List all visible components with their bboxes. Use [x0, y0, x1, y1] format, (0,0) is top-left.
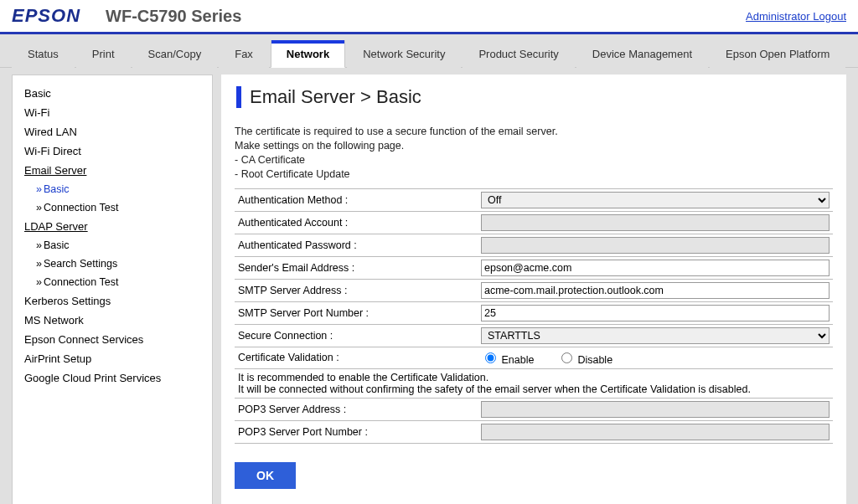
cert-validation-enable-text: Enable [501, 354, 534, 366]
sidebar-item-basic[interactable]: Basic [18, 84, 207, 103]
sidebar-section-email-server[interactable]: Email Server [18, 161, 207, 180]
sidebar-item-wifi-direct[interactable]: Wi-Fi Direct [18, 141, 207, 161]
cert-validation-disable-text: Disable [577, 354, 612, 366]
info-line: - CA Certificate [235, 153, 833, 167]
info-line: The certificate is required to use a sec… [235, 125, 833, 139]
info-line: Make settings on the following page. [235, 139, 833, 153]
sidebar-item-wired-lan[interactable]: Wired LAN [18, 122, 207, 141]
secure-connection-label: Secure Connection : [235, 324, 478, 347]
tab-product-security[interactable]: Product Security [463, 40, 574, 68]
sidebar: Basic Wi-Fi Wired LAN Wi-Fi Direct Email… [12, 75, 213, 504]
sender-email-input[interactable] [481, 260, 830, 276]
auth-method-select[interactable]: Off [481, 192, 830, 208]
tab-network[interactable]: Network [271, 40, 345, 68]
tab-network-security[interactable]: Network Security [347, 40, 461, 68]
auth-method-label: Authentication Method : [235, 188, 478, 211]
smtp-port-label: SMTP Server Port Number : [235, 301, 478, 324]
sidebar-section-ldap-server[interactable]: LDAP Server [18, 217, 207, 236]
ok-button[interactable]: OK [235, 462, 296, 489]
brand-logo: EPSON [12, 5, 80, 27]
settings-form: Authentication Method : Off Authenticate… [235, 188, 833, 444]
tab-device-management[interactable]: Device Management [576, 40, 708, 68]
auth-password-label: Authenticated Password : [235, 234, 478, 256]
model-title: WF-C5790 Series [106, 7, 746, 26]
sidebar-item-kerberos[interactable]: Kerberos Settings [18, 291, 207, 311]
sidebar-sub-email-basic[interactable]: Basic [18, 180, 207, 198]
info-line: - Root Certificate Update [235, 167, 833, 182]
pop3-address-input [481, 401, 830, 418]
auth-account-label: Authenticated Account : [235, 211, 478, 234]
info-block: The certificate is required to use a sec… [235, 125, 833, 182]
pop3-port-label: POP3 Server Port Number : [235, 420, 478, 443]
sidebar-item-airprint[interactable]: AirPrint Setup [18, 349, 207, 368]
sidebar-sub-ldap-search[interactable]: Search Settings [18, 255, 207, 273]
sidebar-item-google-cloud-print[interactable]: Google Cloud Print Services [18, 368, 207, 388]
cert-validation-enable-radio[interactable] [485, 352, 496, 363]
sidebar-item-epson-connect[interactable]: Epson Connect Services [18, 330, 207, 349]
smtp-port-input[interactable] [481, 305, 830, 321]
tab-fax[interactable]: Fax [219, 40, 269, 68]
tab-status[interactable]: Status [12, 40, 75, 68]
tab-scan-copy[interactable]: Scan/Copy [132, 40, 218, 68]
auth-password-input [481, 237, 830, 254]
cert-note-line: It is recommended to enable the Certific… [238, 372, 830, 383]
cert-validation-label: Certificate Validation : [235, 347, 478, 368]
tab-print[interactable]: Print [76, 40, 131, 68]
tab-strip: Status Print Scan/Copy Fax Network Netwo… [0, 34, 858, 68]
pop3-address-label: POP3 Server Address : [235, 398, 478, 420]
tab-epson-open-platform[interactable]: Epson Open Platform [710, 40, 845, 68]
secure-connection-select[interactable]: STARTTLS [481, 327, 830, 344]
page-title: Email Server > Basic [236, 86, 833, 108]
sender-email-label: Sender's Email Address : [235, 256, 478, 279]
smtp-address-label: SMTP Server Address : [235, 279, 478, 301]
sidebar-item-wifi[interactable]: Wi-Fi [18, 103, 207, 122]
pop3-port-input [481, 424, 830, 440]
admin-logout-link[interactable]: Administrator Logout [746, 10, 846, 23]
cert-validation-enable-option[interactable]: Enable [481, 354, 537, 366]
sidebar-sub-email-conntest[interactable]: Connection Test [18, 198, 207, 217]
main-panel: Email Server > Basic The certificate is … [221, 75, 846, 504]
sidebar-item-ms-network[interactable]: MS Network [18, 311, 207, 330]
sidebar-sub-ldap-conntest[interactable]: Connection Test [18, 273, 207, 291]
cert-note-line: It will be connected without confirming … [238, 383, 830, 395]
cert-validation-disable-option[interactable]: Disable [557, 354, 612, 366]
cert-validation-disable-radio[interactable] [561, 352, 572, 363]
sidebar-sub-ldap-basic[interactable]: Basic [18, 236, 207, 255]
smtp-address-input[interactable] [481, 282, 830, 299]
auth-account-input [481, 214, 830, 231]
